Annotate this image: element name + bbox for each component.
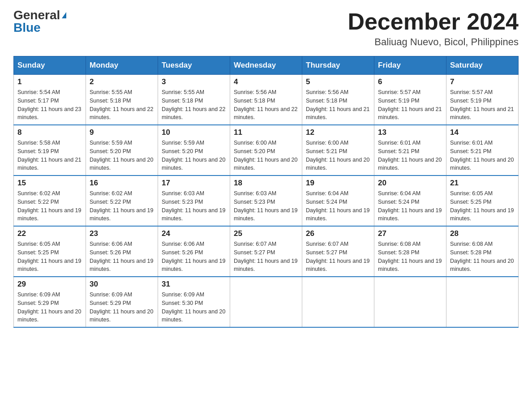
col-sunday: Sunday bbox=[14, 56, 86, 75]
day-number: 14 bbox=[450, 128, 515, 137]
col-monday: Monday bbox=[86, 56, 158, 75]
table-row: 20 Sunrise: 6:04 AMSunset: 5:24 PMDaylig… bbox=[374, 176, 446, 226]
day-info: Sunrise: 5:58 AMSunset: 5:19 PMDaylight:… bbox=[17, 139, 82, 172]
table-row: 16 Sunrise: 6:02 AMSunset: 5:22 PMDaylig… bbox=[86, 176, 158, 226]
day-info: Sunrise: 6:09 AMSunset: 5:30 PMDaylight:… bbox=[162, 291, 226, 324]
day-info: Sunrise: 6:00 AMSunset: 5:21 PMDaylight:… bbox=[306, 139, 370, 172]
day-number: 16 bbox=[90, 179, 154, 188]
table-row bbox=[374, 277, 446, 327]
col-thursday: Thursday bbox=[302, 56, 374, 75]
day-info: Sunrise: 6:07 AMSunset: 5:27 PMDaylight:… bbox=[234, 240, 298, 274]
day-number: 13 bbox=[378, 128, 442, 137]
table-row: 21 Sunrise: 6:05 AMSunset: 5:25 PMDaylig… bbox=[446, 176, 519, 226]
day-number: 23 bbox=[90, 229, 154, 238]
week-row-3: 15 Sunrise: 6:02 AMSunset: 5:22 PMDaylig… bbox=[14, 176, 519, 226]
table-row: 6 Sunrise: 5:57 AMSunset: 5:19 PMDayligh… bbox=[374, 75, 446, 125]
day-info: Sunrise: 6:05 AMSunset: 5:25 PMDaylight:… bbox=[450, 189, 515, 223]
day-number: 3 bbox=[162, 77, 226, 86]
day-info: Sunrise: 6:06 AMSunset: 5:26 PMDaylight:… bbox=[162, 240, 226, 274]
day-info: Sunrise: 5:56 AMSunset: 5:18 PMDaylight:… bbox=[306, 88, 370, 122]
table-row: 13 Sunrise: 6:01 AMSunset: 5:21 PMDaylig… bbox=[374, 125, 446, 176]
table-row: 10 Sunrise: 5:59 AMSunset: 5:20 PMDaylig… bbox=[158, 125, 230, 176]
day-number: 19 bbox=[306, 179, 370, 188]
logo-blue-text: Blue bbox=[13, 21, 41, 34]
table-row: 7 Sunrise: 5:57 AMSunset: 5:19 PMDayligh… bbox=[446, 75, 519, 125]
day-info: Sunrise: 6:09 AMSunset: 5:29 PMDaylight:… bbox=[17, 291, 82, 324]
day-number: 26 bbox=[306, 229, 370, 238]
table-row: 27 Sunrise: 6:08 AMSunset: 5:28 PMDaylig… bbox=[374, 226, 446, 277]
table-row: 17 Sunrise: 6:03 AMSunset: 5:23 PMDaylig… bbox=[158, 176, 230, 226]
day-number: 17 bbox=[162, 179, 226, 188]
logo: General Blue bbox=[13, 9, 66, 34]
day-info: Sunrise: 6:07 AMSunset: 5:27 PMDaylight:… bbox=[306, 240, 370, 274]
day-info: Sunrise: 5:57 AMSunset: 5:19 PMDaylight:… bbox=[378, 88, 442, 122]
week-row-2: 8 Sunrise: 5:58 AMSunset: 5:19 PMDayligh… bbox=[14, 125, 519, 176]
title-area: December 2024 Baliuag Nuevo, Bicol, Phil… bbox=[348, 9, 519, 48]
table-row: 1 Sunrise: 5:54 AMSunset: 5:17 PMDayligh… bbox=[14, 75, 86, 125]
col-friday: Friday bbox=[374, 56, 446, 75]
month-title: December 2024 bbox=[348, 9, 519, 34]
col-tuesday: Tuesday bbox=[158, 56, 230, 75]
table-row: 31 Sunrise: 6:09 AMSunset: 5:30 PMDaylig… bbox=[158, 277, 230, 327]
day-info: Sunrise: 5:54 AMSunset: 5:17 PMDaylight:… bbox=[17, 88, 82, 122]
day-number: 5 bbox=[306, 77, 370, 86]
table-row: 24 Sunrise: 6:06 AMSunset: 5:26 PMDaylig… bbox=[158, 226, 230, 277]
day-number: 11 bbox=[234, 128, 298, 137]
day-info: Sunrise: 6:03 AMSunset: 5:23 PMDaylight:… bbox=[234, 189, 298, 223]
location-title: Baliuag Nuevo, Bicol, Philippines bbox=[348, 36, 519, 48]
day-number: 1 bbox=[17, 77, 82, 86]
day-number: 9 bbox=[90, 128, 154, 137]
day-number: 2 bbox=[90, 77, 154, 86]
table-row bbox=[446, 277, 519, 327]
day-number: 4 bbox=[234, 77, 298, 86]
day-number: 29 bbox=[17, 280, 82, 289]
day-number: 10 bbox=[162, 128, 226, 137]
day-number: 22 bbox=[17, 229, 82, 238]
day-number: 27 bbox=[378, 229, 442, 238]
table-row: 9 Sunrise: 5:59 AMSunset: 5:20 PMDayligh… bbox=[86, 125, 158, 176]
day-info: Sunrise: 6:05 AMSunset: 5:25 PMDaylight:… bbox=[17, 240, 82, 274]
day-info: Sunrise: 6:09 AMSunset: 5:29 PMDaylight:… bbox=[90, 291, 154, 324]
day-number: 25 bbox=[234, 229, 298, 238]
day-info: Sunrise: 6:02 AMSunset: 5:22 PMDaylight:… bbox=[90, 189, 154, 223]
day-info: Sunrise: 5:59 AMSunset: 5:20 PMDaylight:… bbox=[162, 139, 226, 172]
table-row: 30 Sunrise: 6:09 AMSunset: 5:29 PMDaylig… bbox=[86, 277, 158, 327]
day-number: 6 bbox=[378, 77, 442, 86]
table-row: 5 Sunrise: 5:56 AMSunset: 5:18 PMDayligh… bbox=[302, 75, 374, 125]
day-number: 21 bbox=[450, 179, 515, 188]
day-info: Sunrise: 5:56 AMSunset: 5:18 PMDaylight:… bbox=[234, 88, 298, 122]
calendar-header-row: Sunday Monday Tuesday Wednesday Thursday… bbox=[14, 56, 519, 75]
day-info: Sunrise: 6:06 AMSunset: 5:26 PMDaylight:… bbox=[90, 240, 154, 274]
header: General Blue December 2024 Baliuag Nuevo… bbox=[13, 9, 519, 48]
table-row: 22 Sunrise: 6:05 AMSunset: 5:25 PMDaylig… bbox=[14, 226, 86, 277]
day-number: 18 bbox=[234, 179, 298, 188]
day-number: 7 bbox=[450, 77, 515, 86]
day-number: 28 bbox=[450, 229, 515, 238]
table-row: 28 Sunrise: 6:08 AMSunset: 5:28 PMDaylig… bbox=[446, 226, 519, 277]
day-info: Sunrise: 6:08 AMSunset: 5:28 PMDaylight:… bbox=[378, 240, 442, 274]
table-row: 19 Sunrise: 6:04 AMSunset: 5:24 PMDaylig… bbox=[302, 176, 374, 226]
week-row-5: 29 Sunrise: 6:09 AMSunset: 5:29 PMDaylig… bbox=[14, 277, 519, 327]
table-row: 14 Sunrise: 6:01 AMSunset: 5:21 PMDaylig… bbox=[446, 125, 519, 176]
day-info: Sunrise: 5:55 AMSunset: 5:18 PMDaylight:… bbox=[162, 88, 226, 122]
day-info: Sunrise: 6:01 AMSunset: 5:21 PMDaylight:… bbox=[450, 139, 515, 172]
table-row: 23 Sunrise: 6:06 AMSunset: 5:26 PMDaylig… bbox=[86, 226, 158, 277]
day-info: Sunrise: 6:04 AMSunset: 5:24 PMDaylight:… bbox=[378, 189, 442, 223]
table-row: 29 Sunrise: 6:09 AMSunset: 5:29 PMDaylig… bbox=[14, 277, 86, 327]
col-saturday: Saturday bbox=[446, 56, 519, 75]
table-row: 26 Sunrise: 6:07 AMSunset: 5:27 PMDaylig… bbox=[302, 226, 374, 277]
logo-general-text: General bbox=[13, 9, 60, 21]
table-row: 12 Sunrise: 6:00 AMSunset: 5:21 PMDaylig… bbox=[302, 125, 374, 176]
table-row: 8 Sunrise: 5:58 AMSunset: 5:19 PMDayligh… bbox=[14, 125, 86, 176]
table-row bbox=[302, 277, 374, 327]
week-row-4: 22 Sunrise: 6:05 AMSunset: 5:25 PMDaylig… bbox=[14, 226, 519, 277]
table-row: 18 Sunrise: 6:03 AMSunset: 5:23 PMDaylig… bbox=[230, 176, 302, 226]
day-info: Sunrise: 6:08 AMSunset: 5:28 PMDaylight:… bbox=[450, 240, 515, 274]
table-row: 3 Sunrise: 5:55 AMSunset: 5:18 PMDayligh… bbox=[158, 75, 230, 125]
day-number: 8 bbox=[17, 128, 82, 137]
week-row-1: 1 Sunrise: 5:54 AMSunset: 5:17 PMDayligh… bbox=[14, 75, 519, 125]
day-number: 20 bbox=[378, 179, 442, 188]
day-info: Sunrise: 6:04 AMSunset: 5:24 PMDaylight:… bbox=[306, 189, 370, 223]
day-number: 12 bbox=[306, 128, 370, 137]
table-row: 25 Sunrise: 6:07 AMSunset: 5:27 PMDaylig… bbox=[230, 226, 302, 277]
